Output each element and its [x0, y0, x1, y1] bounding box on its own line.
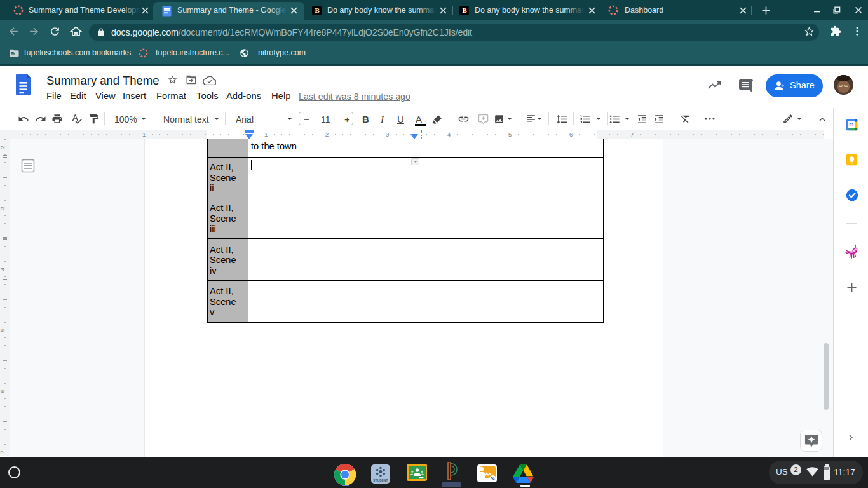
svg-text:31: 31: [849, 123, 854, 127]
